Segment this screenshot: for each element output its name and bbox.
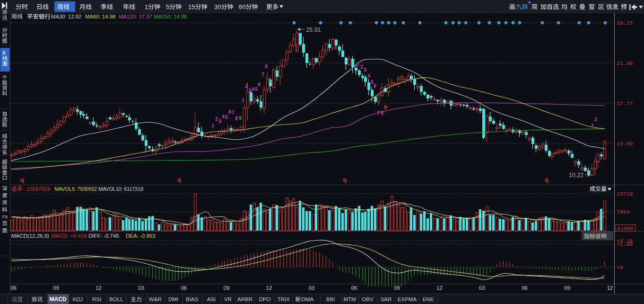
svg-text:6: 6 bbox=[228, 109, 231, 115]
svg-text:8: 8 bbox=[265, 64, 268, 69]
svg-text:8: 8 bbox=[235, 116, 238, 121]
svg-text:03: 03 bbox=[479, 285, 485, 291]
svg-text:: 12697359: : 12697359 bbox=[23, 186, 51, 192]
svg-text:2: 2 bbox=[215, 116, 218, 122]
svg-text:X1000: X1000 bbox=[617, 225, 634, 232]
svg-text:F9: F9 bbox=[2, 214, 8, 219]
svg-text:15: 15 bbox=[188, 3, 195, 10]
svg-text:DMI: DMI bbox=[168, 296, 178, 302]
svg-text:7: 7 bbox=[232, 110, 235, 115]
svg-text:09: 09 bbox=[53, 285, 59, 291]
svg-text:5: 5 bbox=[166, 3, 169, 10]
svg-text:MAVOL10: 6117318: MAVOL10: 6117318 bbox=[98, 186, 143, 192]
svg-text:DPO: DPO bbox=[259, 296, 271, 302]
svg-text:60: 60 bbox=[239, 3, 245, 10]
svg-text:06: 06 bbox=[181, 285, 187, 291]
svg-text:3: 3 bbox=[248, 88, 251, 93]
svg-text:1: 1 bbox=[242, 98, 244, 103]
svg-text:12: 12 bbox=[266, 285, 272, 291]
svg-text:DEA: -0.953: DEA: -0.953 bbox=[126, 233, 156, 239]
svg-text:3: 3 bbox=[364, 67, 366, 72]
svg-text:25.31: 25.31 bbox=[306, 27, 321, 33]
svg-text:8: 8 bbox=[381, 110, 383, 116]
svg-text:6: 6 bbox=[258, 82, 261, 87]
svg-text:EXPMA: EXPMA bbox=[398, 296, 417, 302]
svg-text:09: 09 bbox=[394, 285, 400, 291]
svg-text:+1.89: +1.89 bbox=[617, 241, 633, 247]
svg-text:09: 09 bbox=[224, 285, 230, 291]
svg-text:1: 1 bbox=[211, 123, 214, 128]
svg-text:21.98: 21.98 bbox=[617, 60, 633, 66]
svg-text:7: 7 bbox=[377, 110, 380, 116]
svg-text:TRIX: TRIX bbox=[277, 296, 290, 302]
svg-text:1: 1 bbox=[357, 62, 359, 67]
svg-text:12: 12 bbox=[607, 285, 613, 291]
svg-text:SAR: SAR bbox=[381, 296, 392, 302]
svg-text:MA60: 14.98: MA60: 14.98 bbox=[85, 14, 115, 19]
svg-text:2: 2 bbox=[360, 64, 363, 70]
svg-text:MACD(12,26,9): MACD(12,26,9) bbox=[11, 233, 49, 239]
svg-text:15710: 15710 bbox=[617, 191, 633, 197]
svg-text:q: q bbox=[545, 176, 548, 183]
svg-text:1: 1 bbox=[145, 3, 148, 10]
svg-text:06: 06 bbox=[351, 285, 357, 291]
svg-text:MAVOL5: 7930562: MAVOL5: 7930562 bbox=[54, 186, 97, 192]
svg-text:KDJ: KDJ bbox=[73, 296, 83, 302]
svg-text:OBV: OBV bbox=[362, 296, 374, 302]
svg-text:W&R: W&R bbox=[149, 296, 162, 302]
svg-text:VR: VR bbox=[224, 296, 232, 302]
svg-text:q: q bbox=[20, 176, 24, 183]
svg-text:MACD: MACD bbox=[50, 296, 67, 303]
svg-text:ENE: ENE bbox=[423, 296, 434, 302]
svg-text:MA120: 17.37: MA120: 17.37 bbox=[119, 14, 152, 19]
svg-text:DMA: DMA bbox=[302, 296, 314, 302]
svg-text:06: 06 bbox=[522, 285, 528, 291]
svg-text:10.22: 10.22 bbox=[569, 172, 583, 179]
svg-text:MACD: +0.416: MACD: +0.416 bbox=[51, 233, 87, 239]
svg-text:ARBR: ARBR bbox=[237, 296, 252, 302]
svg-text:DIFF: -0.745: DIFF: -0.745 bbox=[88, 233, 119, 239]
svg-text:4: 4 bbox=[252, 87, 254, 92]
svg-text:03: 03 bbox=[138, 285, 144, 291]
svg-text:4: 4 bbox=[367, 73, 370, 79]
svg-text:6: 6 bbox=[374, 83, 376, 89]
svg-text:+0: +0 bbox=[617, 264, 623, 270]
svg-text:5: 5 bbox=[225, 115, 228, 120]
svg-text:BOLL: BOLL bbox=[109, 296, 123, 302]
svg-text:2: 2 bbox=[594, 117, 597, 122]
svg-text:12: 12 bbox=[436, 285, 443, 291]
svg-text:3: 3 bbox=[218, 119, 221, 124]
svg-text:MA30: 12.92: MA30: 12.92 bbox=[51, 14, 81, 19]
svg-text:MTM: MTM bbox=[343, 296, 356, 302]
svg-text:09: 09 bbox=[564, 285, 570, 291]
svg-text:9: 9 bbox=[383, 104, 387, 111]
svg-text:30: 30 bbox=[214, 3, 221, 10]
svg-text:26.15: 26.15 bbox=[617, 20, 633, 26]
svg-text:13.60: 13.60 bbox=[617, 141, 633, 147]
svg-text:7: 7 bbox=[261, 72, 264, 77]
svg-text:9: 9 bbox=[269, 79, 271, 84]
svg-text:4: 4 bbox=[222, 114, 225, 119]
svg-text:06: 06 bbox=[10, 285, 17, 291]
svg-text:ASI: ASI bbox=[207, 296, 216, 302]
svg-text:q: q bbox=[177, 176, 181, 183]
svg-text:9: 9 bbox=[239, 116, 242, 121]
svg-text:03: 03 bbox=[309, 285, 315, 291]
svg-text:q: q bbox=[343, 176, 347, 183]
svg-text:BBI: BBI bbox=[326, 296, 335, 302]
svg-text:12: 12 bbox=[96, 285, 102, 291]
svg-text:17.77: 17.77 bbox=[617, 100, 633, 107]
svg-text:MA250: 14.96: MA250: 14.96 bbox=[154, 14, 187, 19]
svg-text:7954: 7954 bbox=[617, 209, 630, 215]
svg-text:BIAS: BIAS bbox=[186, 296, 199, 302]
svg-text:1: 1 bbox=[591, 123, 594, 128]
svg-text:2: 2 bbox=[245, 84, 248, 89]
svg-text:RSI: RSI bbox=[92, 296, 101, 302]
svg-text:5: 5 bbox=[255, 87, 258, 92]
